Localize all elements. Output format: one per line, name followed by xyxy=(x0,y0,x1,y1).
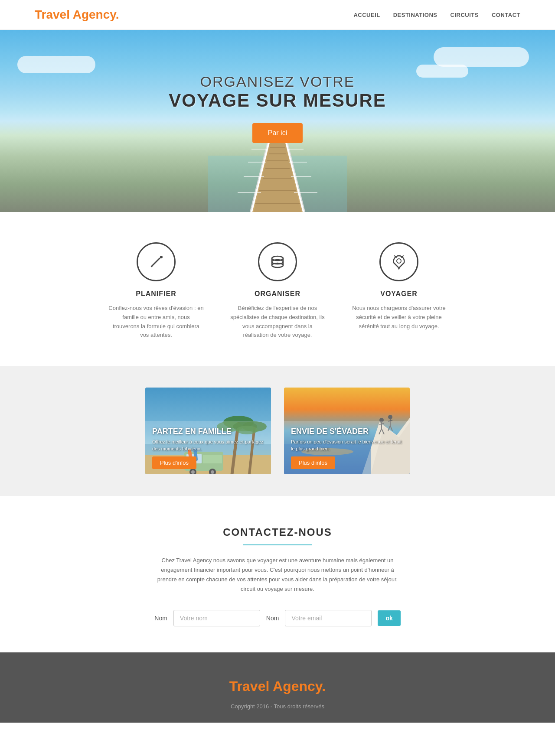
planifier-icon xyxy=(137,242,176,281)
promo-family-desc: Offrez le meilleur à ceux que vous aimez… xyxy=(152,439,264,452)
hero-text: ORGANISEZ VOTRE VOYAGE SUR MESURE xyxy=(169,73,386,111)
voyager-icon xyxy=(379,242,418,281)
voyager-title: VOYAGER xyxy=(351,290,447,298)
nav-item-contact[interactable]: CONTACT xyxy=(492,11,520,19)
logo: Travel Agency. xyxy=(35,8,119,22)
promos-section: PARTEZ EN FAMILLE Offrez le meilleur à c… xyxy=(0,366,555,496)
nav-link-circuits[interactable]: CIRCUITS xyxy=(451,12,479,18)
main-nav: ACCUEIL DESTINATIONS CIRCUITS CONTACT xyxy=(353,11,520,19)
contact-submit-button[interactable]: ok xyxy=(378,610,400,626)
voyager-desc: Nous nous chargeons d'assurer votre sécu… xyxy=(351,304,447,331)
svg-line-24 xyxy=(152,258,160,266)
header: Travel Agency. ACCUEIL DESTINATIONS CIRC… xyxy=(0,0,555,30)
promo-escape-title: ENVIE DE S'ÉVADER xyxy=(291,427,403,437)
hero-title: VOYAGE SUR MESURE xyxy=(169,90,386,111)
cloud-2 xyxy=(434,47,529,67)
contact-section: CONTACTEZ-NOUS Chez Travel Agency nous s… xyxy=(0,496,555,652)
planifier-title: PLANIFIER xyxy=(108,290,204,298)
logo-dot: . xyxy=(116,8,119,21)
nav-item-accueil[interactable]: ACCUEIL xyxy=(353,11,380,19)
footer-copyright: Copyright 2016 - Tous droits réservés xyxy=(35,703,520,710)
footer: Travel Agency. Copyright 2016 - Tous dro… xyxy=(0,652,555,723)
promo-family-content: PARTEZ EN FAMILLE Offrez le meilleur à c… xyxy=(145,421,271,474)
promo-escape-content: ENVIE DE S'ÉVADER Parfois un peu d'évasi… xyxy=(284,421,410,474)
features-section: PLANIFIER Confiez-nous vos rêves d'évasi… xyxy=(0,212,555,366)
nav-item-circuits[interactable]: CIRCUITS xyxy=(451,11,479,19)
name-label: Nom xyxy=(154,615,167,622)
promo-family-card: PARTEZ EN FAMILLE Offrez le meilleur à c… xyxy=(145,388,271,474)
svg-point-26 xyxy=(160,256,163,258)
svg-line-27 xyxy=(151,266,153,267)
cloud-1 xyxy=(17,56,95,73)
nav-link-contact[interactable]: CONTACT xyxy=(492,12,520,18)
footer-logo-text: Travel Agency xyxy=(229,678,322,694)
hero-cta-button[interactable]: Par ici xyxy=(252,123,303,143)
contact-title: CONTACTEZ-NOUS xyxy=(43,526,512,538)
promo-escape-card: ENVIE DE S'ÉVADER Parfois un peu d'évasi… xyxy=(284,388,410,474)
nav-item-destinations[interactable]: DESTINATIONS xyxy=(393,11,437,19)
contact-description: Chez Travel Agency nous savons que voyag… xyxy=(156,556,399,594)
feature-planifier: PLANIFIER Confiez-nous vos rêves d'évasi… xyxy=(108,242,204,340)
feature-organiser: ORGANISER Bénéficiez de l'expertise de n… xyxy=(230,242,325,340)
cloud-3 xyxy=(416,65,468,78)
organiser-title: ORGANISER xyxy=(230,290,325,298)
planifier-desc: Confiez-nous vos rêves d'évasion : en fa… xyxy=(108,304,204,340)
contact-form: Nom Nom ok xyxy=(43,610,512,626)
nav-list: ACCUEIL DESTINATIONS CIRCUITS CONTACT xyxy=(353,11,520,19)
promo-escape-button[interactable]: Plus d'infos xyxy=(291,456,335,469)
promo-family-button[interactable]: Plus d'infos xyxy=(152,456,196,469)
email-label: Nom xyxy=(266,615,279,622)
hero-section: ORGANISEZ VOTRE VOYAGE SUR MESURE Par ic… xyxy=(0,30,555,212)
footer-logo: Travel Agency. xyxy=(35,678,520,694)
organiser-icon xyxy=(258,242,297,281)
feature-voyager: VOYAGER Nous nous chargeons d'assurer vo… xyxy=(351,242,447,340)
organiser-desc: Bénéficiez de l'expertise de nos spécial… xyxy=(230,304,325,340)
pier-illustration xyxy=(208,99,347,212)
footer-logo-dot: . xyxy=(322,678,326,694)
nav-link-destinations[interactable]: DESTINATIONS xyxy=(393,12,437,18)
logo-text: Travel Agency xyxy=(35,8,116,21)
hero-subtitle: ORGANISEZ VOTRE xyxy=(169,73,386,90)
email-input[interactable] xyxy=(285,610,372,626)
contact-underline xyxy=(243,544,312,545)
name-input[interactable] xyxy=(173,610,260,626)
nav-link-accueil[interactable]: ACCUEIL xyxy=(353,12,380,18)
promo-escape-desc: Parfois un peu d'évasion serait le bienv… xyxy=(291,439,403,452)
promo-family-title: PARTEZ EN FAMILLE xyxy=(152,427,264,437)
svg-point-33 xyxy=(397,259,401,263)
svg-point-62 xyxy=(388,415,392,419)
